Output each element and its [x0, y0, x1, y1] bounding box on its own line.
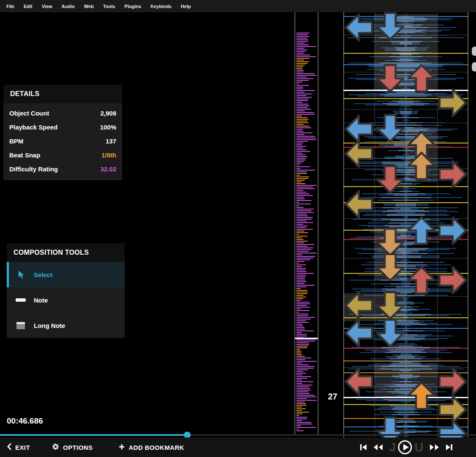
waveform-bar [296, 136, 315, 137]
seek-bar[interactable] [0, 434, 476, 436]
note-arrow-down[interactable] [376, 319, 405, 347]
waveform-bar [296, 200, 312, 201]
waveform-bar [296, 205, 299, 206]
waveform-bar [296, 364, 309, 365]
note-arrow-down[interactable] [376, 165, 405, 194]
waveform-bar [296, 288, 301, 289]
waveform-bar [296, 342, 309, 343]
waveform-bar [296, 124, 304, 125]
menu-view[interactable]: View [37, 4, 57, 9]
tool-select[interactable]: Select [7, 262, 125, 287]
note-arrow-left[interactable] [345, 13, 373, 42]
fast-forward-button[interactable] [429, 444, 440, 451]
waveform-bar [296, 324, 302, 325]
waveform-bar [296, 403, 306, 404]
note-arrow-up[interactable] [407, 216, 436, 245]
waveform-bar [296, 422, 311, 423]
add-bookmark-button[interactable]: ADD BOOKMARK [119, 444, 184, 451]
scroll-pill[interactable] [472, 47, 476, 56]
note-arrow-down[interactable] [376, 114, 405, 143]
waveform-bar [296, 209, 314, 209]
menu-web[interactable]: Web [79, 4, 98, 9]
skip-to-end-button[interactable] [445, 443, 453, 451]
waveform-bar [296, 151, 310, 152]
tool-long-note[interactable]: Long Note [7, 313, 125, 338]
menu-audio[interactable]: Audio [57, 4, 79, 9]
cursor-icon [15, 270, 26, 279]
waveform-bar [296, 207, 304, 208]
note-arrow-right[interactable] [438, 88, 467, 117]
detail-value: 2,908 [100, 110, 116, 117]
menu-keybinds[interactable]: Keybinds [146, 4, 176, 9]
waveform-bar [296, 253, 317, 253]
note-arrow-left[interactable] [345, 319, 373, 347]
note-arrow-right[interactable] [438, 367, 467, 396]
waveform-bar [296, 232, 308, 233]
waveform-bar [296, 149, 306, 150]
menu-tools[interactable]: Tools [98, 4, 120, 9]
note-arrow-left[interactable] [345, 291, 373, 320]
back-chevron-icon [7, 443, 11, 451]
note-arrow-right[interactable] [438, 266, 467, 295]
waveform-bar [296, 94, 312, 94]
waveform-bar [296, 285, 315, 286]
menu-file[interactable]: File [2, 4, 19, 9]
waveform-bar [296, 427, 316, 428]
waveform-bar [296, 56, 316, 57]
menu-plugins[interactable]: Plugins [120, 4, 146, 9]
waveform-bar [296, 268, 306, 269]
note-arrow-right[interactable] [438, 160, 467, 189]
current-time-label: 00:46.686 [7, 416, 43, 426]
waveform-bar [296, 63, 307, 64]
skip-to-start-button[interactable] [359, 443, 367, 451]
waveform-bar [296, 374, 302, 375]
scroll-pill[interactable] [472, 62, 476, 72]
waveform-bar [296, 212, 314, 213]
waveform-bar [296, 202, 299, 203]
waveform-bar [296, 259, 310, 260]
options-button[interactable]: OPTIONS [52, 443, 93, 451]
play-button[interactable] [397, 440, 413, 455]
options-button-label: OPTIONS [63, 444, 93, 451]
waveform-bar [296, 391, 308, 392]
waveform-bar [296, 187, 313, 187]
waveform-bar [296, 254, 302, 255]
waveform-bar [296, 368, 314, 369]
tool-note[interactable]: Note [7, 287, 125, 313]
playfield[interactable] [343, 12, 468, 438]
note-arrow-up[interactable] [407, 151, 436, 180]
waveform-bar [296, 46, 316, 47]
note-arrow-down[interactable] [376, 253, 405, 282]
note-arrow-down[interactable] [376, 64, 405, 93]
waveform-bar [296, 215, 308, 216]
waveform-bar [296, 87, 303, 88]
note-arrow-down[interactable] [376, 291, 405, 320]
waveform-bar [296, 297, 306, 297]
menu-help[interactable]: Help [176, 4, 196, 9]
detail-row: Object Count2,908 [3, 106, 122, 120]
waveform-bar [296, 99, 309, 99]
waveform-bar [296, 141, 308, 142]
note-arrow-left[interactable] [345, 367, 373, 396]
rewind-button[interactable] [373, 444, 383, 451]
note-arrow-up[interactable] [407, 381, 436, 410]
note-arrow-left[interactable] [345, 139, 373, 168]
note-arrow-left[interactable] [345, 190, 373, 219]
waveform-bar [296, 300, 301, 301]
note-arrow-down[interactable] [376, 228, 405, 256]
note-arrow-down[interactable] [376, 12, 405, 41]
menu-edit[interactable]: Edit [19, 4, 37, 9]
map-overview-waveform[interactable] [295, 12, 318, 434]
detail-row: Playback Speed100% [3, 120, 122, 134]
waveform-bar [296, 70, 304, 71]
note-arrow-up[interactable] [407, 266, 436, 295]
exit-button-label: EXIT [15, 444, 30, 451]
waveform-bar [296, 178, 308, 179]
exit-button[interactable]: EXIT [7, 443, 30, 451]
note-arrow-up[interactable] [407, 64, 436, 93]
waveform-bar [296, 418, 307, 419]
waveform-bar [296, 210, 312, 211]
waveform-bar [296, 349, 300, 350]
waveform-bar [296, 236, 307, 237]
note-arrow-right[interactable] [438, 216, 467, 245]
